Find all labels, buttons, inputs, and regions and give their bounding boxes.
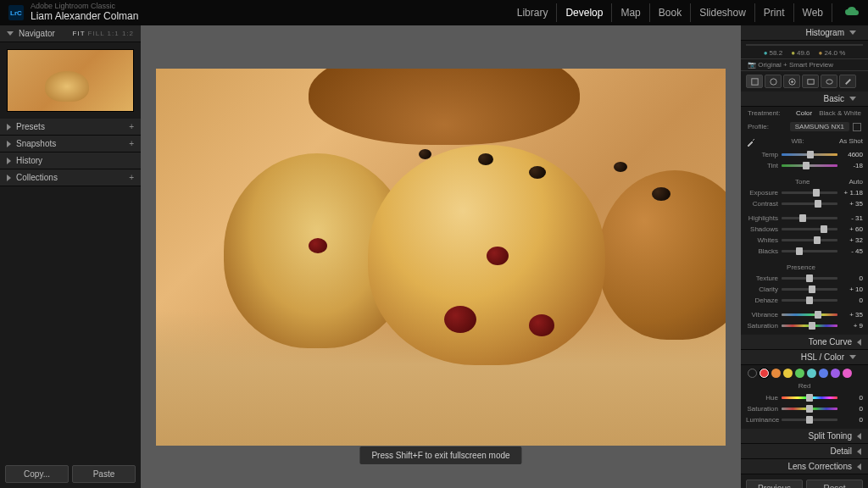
panel-presets[interactable]: Presets+ (0, 119, 141, 136)
slider-knob[interactable] (803, 162, 810, 169)
profile-picker[interactable]: SAMSUNG NX1 (790, 122, 849, 131)
svg-point-5 (826, 79, 832, 84)
panel-detail[interactable]: Detail (741, 444, 868, 459)
svg-rect-4 (807, 79, 813, 84)
top-bar: LrC Adobe Lightroom Classic Liam Alexand… (0, 0, 868, 25)
slider-contrast[interactable]: Contrast+ 35 (746, 198, 863, 209)
navigator-zoom-options[interactable]: FIT FILL 1:1 1:2 (73, 30, 134, 37)
slider-highlights[interactable]: Highlights- 31 (746, 213, 863, 224)
slider-saturation[interactable]: Saturation+ 9 (746, 320, 863, 331)
slider-saturation[interactable]: Saturation0 (746, 403, 863, 414)
tool-strip (741, 71, 868, 92)
hsl-color-5[interactable] (819, 369, 828, 378)
slider-knob[interactable] (815, 311, 821, 319)
disclosure-icon (849, 30, 856, 35)
app-logo: LrC (8, 5, 24, 20)
slider-knob[interactable] (806, 416, 813, 424)
panel-collections[interactable]: Collections+ (0, 169, 141, 186)
user-name: Liam Alexander Colman (31, 11, 138, 22)
spot-tool[interactable] (765, 75, 782, 88)
slider-knob[interactable] (809, 322, 815, 330)
treatment-bw[interactable]: Black & White (819, 109, 861, 117)
slider-shadows[interactable]: Shadows+ 60 (746, 224, 863, 235)
copy-button[interactable]: Copy... (5, 465, 69, 483)
paste-button[interactable]: Paste (72, 465, 136, 483)
slider-tint[interactable]: Tint-18 (746, 160, 863, 171)
slider-clarity[interactable]: Clarity+ 10 (746, 284, 863, 295)
slider-knob[interactable] (821, 225, 827, 233)
redeye-tool[interactable] (783, 75, 800, 88)
histogram[interactable] (746, 44, 863, 46)
slider-knob[interactable] (813, 189, 820, 197)
slider-hue[interactable]: Hue0 (746, 392, 863, 403)
slider-luminance[interactable]: Luminance0 (746, 414, 863, 425)
svg-point-1 (770, 78, 776, 84)
slider-knob[interactable] (806, 297, 813, 304)
panel-snapshots[interactable]: Snapshots+ (0, 136, 141, 152)
slider-texture[interactable]: Texture0 (746, 273, 863, 284)
navigator-thumbnail[interactable] (7, 49, 134, 112)
wb-preset-picker[interactable]: As Shot (839, 137, 863, 147)
slider-blacks[interactable]: Blacks- 45 (746, 246, 863, 257)
slider-knob[interactable] (796, 247, 803, 255)
workspace: Navigator FIT FILL 1:1 1:2 Presets+Snaps… (0, 25, 868, 488)
hsl-color-3[interactable] (795, 369, 804, 378)
slider-knob[interactable] (807, 151, 814, 158)
right-button-row: Previous Reset (741, 474, 868, 488)
module-web[interactable]: Web (794, 3, 832, 22)
disclosure-right-icon (7, 175, 11, 181)
hsl-color-4[interactable] (807, 369, 816, 378)
basic-panel-header[interactable]: Basic (741, 92, 868, 107)
panel-lens-corrections[interactable]: Lens Corrections (741, 459, 868, 474)
disclosure-icon (849, 355, 856, 359)
slider-dehaze[interactable]: Dehaze0 (746, 295, 863, 306)
panel-split-toning[interactable]: Split Toning (741, 429, 868, 444)
slider-whites[interactable]: Whites+ 32 (746, 235, 863, 246)
wb-eyedropper-icon[interactable] (746, 137, 756, 147)
loupe-view[interactable]: Press Shift+F to exit fullscreen mode (141, 25, 741, 488)
slider-vibrance[interactable]: Vibrance+ 35 (746, 309, 863, 320)
gradient-tool[interactable] (802, 75, 819, 88)
profile-browser-icon[interactable] (853, 123, 861, 131)
slider-knob[interactable] (806, 394, 813, 402)
slider-knob[interactable] (799, 214, 806, 222)
svg-point-3 (791, 80, 793, 83)
histogram-header[interactable]: Histogram (741, 25, 868, 41)
hsl-panel-header[interactable]: HSL / Color (741, 350, 868, 365)
panel-tone-curve[interactable]: Tone Curve (741, 335, 868, 350)
treatment-color[interactable]: Color (796, 109, 812, 117)
disclosure-left-icon (857, 433, 861, 440)
hsl-color-7[interactable] (843, 369, 852, 378)
slider-knob[interactable] (806, 405, 813, 413)
reset-button[interactable]: Reset (806, 480, 863, 488)
module-slideshow[interactable]: Slideshow (691, 3, 755, 22)
slider-knob[interactable] (809, 286, 815, 293)
navigator-header[interactable]: Navigator FIT FILL 1:1 1:2 (0, 25, 141, 42)
disclosure-left-icon (857, 339, 861, 346)
slider-knob[interactable] (806, 274, 813, 282)
brush-tool[interactable] (839, 75, 856, 88)
hsl-color-0[interactable] (760, 369, 769, 378)
hsl-color-1[interactable] (771, 369, 781, 378)
fullscreen-hint: Press Shift+F to exit fullscreen mode (359, 446, 521, 464)
auto-tone-button[interactable]: Auto (849, 178, 863, 186)
cloud-sync-icon[interactable] (832, 6, 860, 20)
slider-knob[interactable] (815, 200, 821, 208)
hsl-color-2[interactable] (783, 369, 793, 378)
module-develop[interactable]: Develop (557, 3, 612, 22)
previous-button[interactable]: Previous (746, 480, 803, 488)
slider-knob[interactable] (814, 236, 821, 244)
radial-tool[interactable] (821, 75, 837, 88)
slider-exposure[interactable]: Exposure+ 1.18 (746, 187, 863, 198)
hsl-target-icon[interactable] (748, 369, 757, 378)
crop-tool[interactable] (746, 75, 763, 88)
module-book[interactable]: Book (650, 3, 691, 22)
panel-history[interactable]: History (0, 152, 141, 169)
slider-temp[interactable]: Temp4600 (746, 149, 863, 160)
hsl-color-picker (741, 365, 868, 381)
module-map[interactable]: Map (612, 3, 649, 22)
hsl-color-6[interactable] (831, 369, 840, 378)
disclosure-left-icon (857, 448, 861, 455)
module-library[interactable]: Library (509, 3, 558, 22)
module-print[interactable]: Print (755, 3, 794, 22)
